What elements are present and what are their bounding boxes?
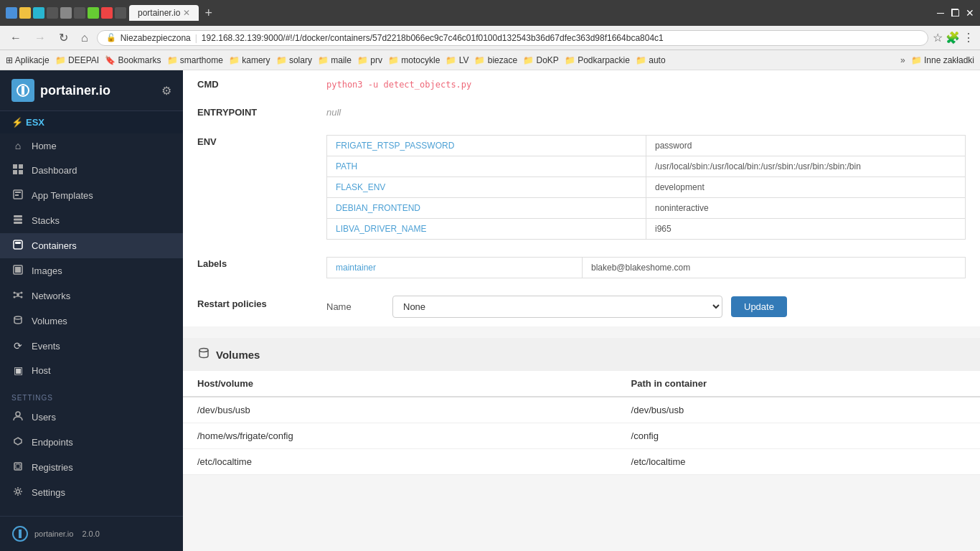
svg-rect-32 (16, 464, 20, 468)
label-row-0: maintainer blakeb@blakeshome.com (327, 258, 966, 278)
sidebar-item-events[interactable]: ⟳ Events (0, 334, 183, 358)
env-val-0: password (646, 136, 966, 156)
svg-rect-16 (18, 267, 21, 270)
sidebar-footer: portainer.io 2.0.0 (0, 516, 183, 551)
env-row: ENV FRIGATE_RTSP_PASSWORD password PAT (183, 126, 980, 248)
host-icon: ▣ (11, 364, 24, 376)
env-key-0: FRIGATE_RTSP_PASSWORD (327, 136, 646, 156)
volume-host-1: /home/ws/frigate/config (183, 423, 617, 449)
svg-point-33 (17, 490, 20, 494)
close-button[interactable]: ✕ (966, 7, 974, 19)
footer-logo-text: portainer.io (34, 529, 73, 538)
env-name[interactable]: ⚡ ESX (11, 117, 171, 128)
sidebar-label-users: Users (32, 412, 171, 423)
bookmark-biezace[interactable]: 📁 biezace (474, 55, 517, 65)
footer-version: 2.0.0 (82, 529, 99, 538)
extensions-button[interactable]: 🧩 (946, 31, 960, 44)
home-button[interactable]: ⌂ (77, 30, 93, 46)
address-bar[interactable]: 🔓 Niezabezpieczona | 192.168.32.139:9000… (97, 30, 928, 46)
volumes-section: Volumes Host/volume Path in container /d… (183, 338, 980, 475)
label-val-0: blakeb@blakeshome.com (583, 258, 966, 278)
restart-row: Restart policies Name None always unless… (183, 287, 980, 326)
sidebar-item-dashboard[interactable]: Dashboard (0, 158, 183, 183)
bookmark-solary[interactable]: 📁 solary (276, 55, 312, 65)
labels-value-cell: maintainer blakeb@blakeshome.com (312, 248, 980, 287)
bookmark-dokp[interactable]: 📁 DoKP (523, 55, 559, 65)
bookmark-deepai[interactable]: 📁 DEEPAI (55, 55, 99, 65)
bookmark-prv[interactable]: 📁 prv (357, 55, 382, 65)
bookmark-motocykle[interactable]: 📁 motocykle (388, 55, 440, 65)
forward-button[interactable]: → (30, 30, 50, 46)
svg-point-19 (17, 293, 19, 296)
env-label-cell: ENV (183, 126, 312, 248)
sidebar-settings-icon[interactable]: ⚙ (161, 84, 171, 98)
env-val-4: i965 (646, 219, 966, 240)
svg-rect-11 (14, 222, 22, 224)
sidebar-label-registries: Registries (32, 462, 171, 473)
bookmark-bookmarks[interactable]: 🔖 Bookmarks (105, 55, 161, 65)
svg-point-36 (199, 349, 208, 352)
sidebar-label-events: Events (32, 341, 171, 352)
app-templates-icon (11, 189, 24, 202)
volumes-table: Host/volume Path in container /dev/bus/u… (183, 371, 980, 475)
separator: | (195, 33, 197, 43)
new-tab-button[interactable]: + (204, 6, 212, 21)
sidebar-item-volumes[interactable]: Volumes (0, 309, 183, 334)
images-icon (11, 265, 24, 277)
back-button[interactable]: ← (6, 30, 26, 46)
bookmark-maile[interactable]: 📁 maile (318, 55, 352, 65)
env-key-1: PATH (327, 156, 646, 177)
cmd-value-cell: python3 -u detect_objects.py (312, 70, 980, 98)
maximize-button[interactable]: ⧠ (950, 7, 960, 19)
update-button[interactable]: Update (731, 296, 787, 317)
sidebar-item-containers[interactable]: Containers (0, 233, 183, 258)
volumes-col-host: Host/volume (183, 371, 617, 397)
svg-rect-12 (14, 240, 22, 249)
bookmark-smarthome[interactable]: 📁 smarthome (167, 55, 223, 65)
sidebar-item-users[interactable]: Users (0, 405, 183, 430)
env-val-2: development (646, 177, 966, 198)
svg-rect-7 (15, 192, 21, 193)
entrypoint-value-cell: null (312, 98, 980, 126)
env-row-0: FRIGATE_RTSP_PASSWORD password (327, 136, 966, 156)
sidebar-logo-area: portainer.io ⚙ (0, 70, 183, 111)
env-row-3: DEBIAN_FRONTEND noninteractive (327, 198, 966, 219)
restart-label-cell: Restart policies (183, 287, 312, 326)
sidebar-item-stacks[interactable]: Stacks (0, 208, 183, 233)
sidebar-item-networks[interactable]: Networks (0, 283, 183, 309)
sidebar-label-host: Host (32, 365, 171, 376)
more-button[interactable]: ⋮ (963, 31, 974, 44)
reload-button[interactable]: ↻ (55, 29, 72, 46)
bookmark-apps[interactable]: ⊞ Aplikacje (6, 55, 50, 65)
sidebar-item-home[interactable]: ⌂ Home (0, 133, 183, 158)
volume-host-2: /etc/localtime (183, 449, 617, 475)
star-button[interactable]: ☆ (933, 31, 943, 44)
active-tab[interactable]: portainer.io ✕ (129, 5, 199, 21)
bookmark-podkarpackie[interactable]: 📁 Podkarpackie (565, 55, 630, 65)
bookmarks-bar: ⊞ Aplikacje 📁 DEEPAI 🔖 Bookmarks 📁 smart… (0, 50, 980, 70)
env-section: ⚡ ESX (0, 111, 183, 133)
bookmark-kamery[interactable]: 📁 kamery (229, 55, 270, 65)
minimize-button[interactable]: ─ (937, 7, 944, 19)
volumes-section-title: Volumes (216, 349, 260, 361)
env-val-3: noninteractive (646, 198, 966, 219)
sidebar-item-images[interactable]: Images (0, 258, 183, 283)
restart-select[interactable]: None always unless-stopped on-failure (392, 296, 722, 318)
env-key-2: FLASK_ENV (327, 177, 646, 198)
app-container: portainer.io ⚙ ⚡ ESX ⌂ Home Dashboard Ap… (0, 70, 980, 551)
bookmark-inne[interactable]: 📁 Inne zakładki (911, 55, 974, 65)
address-text: 192.168.32.139:9000/#!/1/docker/containe… (202, 33, 664, 43)
svg-rect-5 (19, 170, 23, 174)
sidebar-item-registries[interactable]: Registries (0, 455, 183, 480)
volume-row-0: /dev/bus/usb /dev/bus/usb (183, 397, 980, 423)
main-content: CMD python3 -u detect_objects.py ENTRYPO… (183, 70, 980, 551)
sidebar-item-host[interactable]: ▣ Host (0, 358, 183, 382)
volume-row-2: /etc/localtime /etc/localtime (183, 449, 980, 475)
bookmark-more[interactable]: » (900, 55, 905, 65)
bookmark-lv[interactable]: 📁 LV (446, 55, 468, 65)
sidebar-item-settings[interactable]: Settings (0, 480, 183, 505)
sidebar-item-endpoints[interactable]: Endpoints (0, 430, 183, 455)
sidebar-label-dashboard: Dashboard (32, 165, 171, 176)
bookmark-auto[interactable]: 📁 auto (636, 55, 666, 65)
sidebar-item-app-templates[interactable]: App Templates (0, 183, 183, 208)
